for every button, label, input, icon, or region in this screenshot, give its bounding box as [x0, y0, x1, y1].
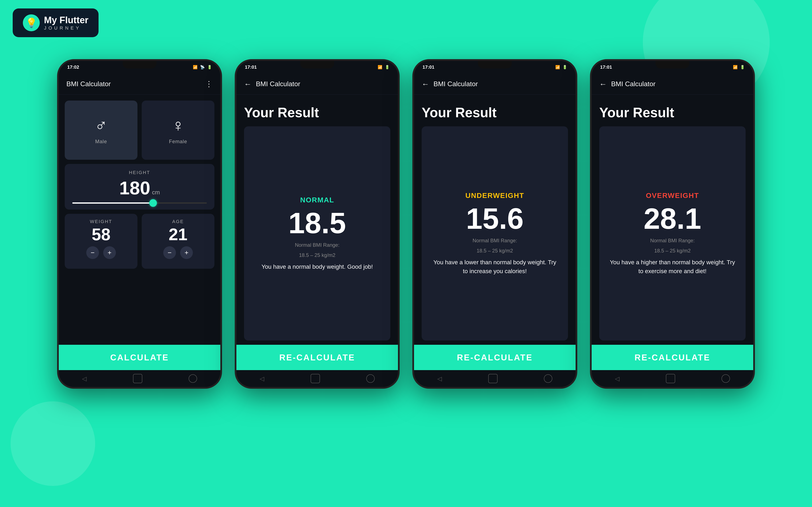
result-heading-3: Your Result [422, 105, 568, 120]
logo-title: My Flutter [44, 15, 88, 25]
height-label: HEIGHT [129, 170, 150, 175]
recalculate-label-3: RE-CALCULATE [457, 353, 532, 362]
app-title-4: BMI Calculator [611, 80, 656, 88]
weight-btn-row: − + [86, 246, 116, 259]
result-range-2: 18.5 – 25 kg/m2 [299, 252, 336, 258]
phone-bottom-4: ◁ [592, 370, 753, 387]
wifi-icon-1: 📡 [200, 65, 205, 69]
nav-recent-icon-4[interactable] [721, 374, 730, 383]
slider-fill [72, 203, 153, 204]
nav-home-icon-4[interactable] [666, 374, 675, 383]
height-card: HEIGHT 180 cm [65, 164, 214, 210]
recalculate-button-2[interactable]: RE-CALCULATE [237, 345, 398, 370]
male-card[interactable]: ♂ Male [65, 101, 138, 160]
logo-icon [23, 14, 40, 31]
nav-back-icon-2[interactable]: ◁ [260, 375, 264, 382]
age-plus-btn[interactable]: + [180, 246, 193, 259]
height-unit: cm [152, 189, 160, 196]
recalculate-button-3[interactable]: RE-CALCULATE [414, 345, 575, 370]
calculate-button[interactable]: CALCULATE [59, 345, 220, 370]
weight-value: 58 [92, 226, 111, 243]
battery-icon-1: 🔋 [207, 65, 212, 69]
weight-label: WEIGHT [90, 219, 112, 224]
back-btn-2[interactable]: ← [244, 80, 252, 89]
weight-plus-btn[interactable]: + [103, 246, 116, 259]
nav-back-icon-4[interactable]: ◁ [615, 375, 620, 382]
age-label: AGE [172, 219, 184, 224]
app-bar-4: ← BMI Calculator [592, 73, 753, 95]
logo-text: My Flutter JOURNEY [44, 15, 88, 31]
age-card: AGE 21 − + [142, 214, 214, 269]
calculate-label: CALCULATE [110, 353, 169, 362]
app-bar-2: ← BMI Calculator [237, 73, 398, 95]
result-bmi-4: 28.1 [644, 204, 701, 233]
nav-home-icon-2[interactable] [311, 374, 320, 383]
status-icons-1: 📶 📡 🔋 [193, 65, 212, 69]
nav-recent-icon-3[interactable] [544, 374, 552, 383]
result-status-2: NORMAL [300, 196, 334, 204]
height-slider-track[interactable] [72, 203, 207, 204]
status-time-3: 17:01 [422, 64, 434, 70]
signal-icon-3: 📶 [555, 65, 560, 69]
status-time-2: 17:01 [245, 64, 257, 70]
notch-2 [300, 61, 334, 68]
phone-content-1: ♂ Male ♀ Female HEIGHT 180 cm [59, 95, 220, 345]
female-card[interactable]: ♀ Female [142, 101, 214, 160]
female-icon: ♀ [172, 116, 185, 135]
weight-card: WEIGHT 58 − + [65, 214, 138, 269]
status-icons-2: 📶 🔋 [378, 65, 390, 69]
result-content-2: Your Result NORMAL 18.5 Normal BMI Range… [237, 95, 398, 345]
battery-icon-2: 🔋 [385, 65, 390, 69]
result-desc-3: You have a lower than normal body weight… [430, 258, 560, 276]
recalculate-label-4: RE-CALCULATE [635, 353, 710, 362]
phone-3: 17:01 📶 🔋 ← BMI Calculator Your Result U… [412, 59, 577, 389]
status-icons-4: 📶 🔋 [733, 65, 745, 69]
phones-container: 17:02 📶 📡 🔋 BMI Calculator ⋮ ♂ Male ♀ Fe… [0, 42, 812, 406]
phone-2: 17:01 📶 🔋 ← BMI Calculator Your Result N… [235, 59, 400, 389]
app-bar-3: ← BMI Calculator [414, 73, 575, 95]
phone-bottom-3: ◁ [414, 370, 575, 387]
phone-1: 17:02 📶 📡 🔋 BMI Calculator ⋮ ♂ Male ♀ Fe… [57, 59, 222, 389]
recalculate-button-4[interactable]: RE-CALCULATE [592, 345, 753, 370]
result-status-4: OVERWEIGHT [646, 191, 699, 200]
back-btn-4[interactable]: ← [599, 80, 607, 89]
battery-icon-3: 🔋 [562, 65, 567, 69]
result-desc-4: You have a higher than normal body weigh… [608, 258, 737, 276]
back-btn-3[interactable]: ← [422, 80, 429, 89]
age-btn-row: − + [163, 246, 193, 259]
nav-recent-icon-2[interactable] [366, 374, 375, 383]
result-card-2: NORMAL 18.5 Normal BMI Range: 18.5 – 25 … [244, 126, 390, 341]
nav-back-icon-1[interactable]: ◁ [82, 375, 87, 382]
nav-back-icon-3[interactable]: ◁ [437, 375, 442, 382]
status-time-1: 17:02 [67, 64, 79, 70]
signal-icon-2: 📶 [378, 65, 382, 69]
phone-4: 17:01 📶 🔋 ← BMI Calculator Your Result O… [590, 59, 755, 389]
result-range-label-2: Normal BMI Range: [295, 242, 340, 248]
app-title-3: BMI Calculator [434, 80, 478, 88]
status-time-4: 17:01 [600, 64, 612, 70]
weight-minus-btn[interactable]: − [86, 246, 99, 259]
nav-recent-icon-1[interactable] [189, 374, 197, 383]
male-icon: ♂ [95, 116, 107, 135]
result-card-4: OVERWEIGHT 28.1 Normal BMI Range: 18.5 –… [599, 126, 746, 341]
signal-icon-4: 📶 [733, 65, 738, 69]
result-content-4: Your Result OVERWEIGHT 28.1 Normal BMI R… [592, 95, 753, 345]
result-range-3: 18.5 – 25 kg/m2 [476, 248, 513, 254]
result-range-label-4: Normal BMI Range: [650, 238, 695, 243]
result-card-3: UNDERWEIGHT 15.6 Normal BMI Range: 18.5 … [422, 126, 568, 341]
male-label: Male [95, 138, 107, 145]
age-minus-btn[interactable]: − [163, 246, 176, 259]
notch-1 [123, 61, 156, 68]
battery-icon-4: 🔋 [740, 65, 745, 69]
signal-icon-1: 📶 [193, 65, 198, 69]
app-title-1: BMI Calculator [66, 80, 111, 88]
age-value: 21 [169, 226, 188, 243]
result-content-3: Your Result UNDERWEIGHT 15.6 Normal BMI … [414, 95, 575, 345]
nav-home-icon-1[interactable] [133, 374, 142, 383]
slider-thumb[interactable] [149, 199, 157, 207]
nav-home-icon-3[interactable] [488, 374, 498, 383]
app-title-2: BMI Calculator [256, 80, 300, 88]
weight-age-row: WEIGHT 58 − + AGE 21 − + [65, 214, 214, 269]
result-range-4: 18.5 – 25 kg/m2 [654, 248, 691, 254]
menu-dots-1[interactable]: ⋮ [205, 80, 213, 89]
